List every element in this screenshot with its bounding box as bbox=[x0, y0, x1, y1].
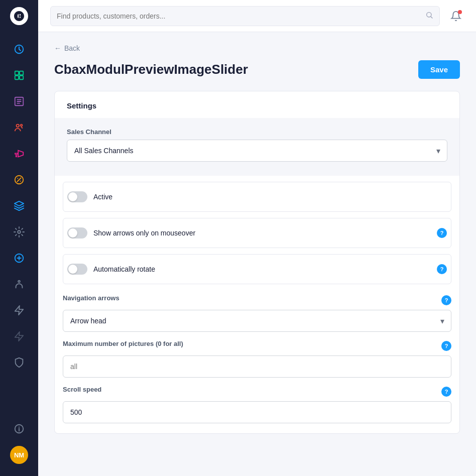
sales-channel-label: Sales Channel bbox=[67, 128, 447, 136]
breadcrumb[interactable]: ← Back bbox=[54, 44, 460, 52]
sidebar-bottom: NM bbox=[0, 416, 38, 476]
max-pictures-label: Maximum number of pictures (0 for all) bbox=[63, 340, 183, 347]
toggle-section: Active Show arrows only on mouseover ? bbox=[55, 182, 459, 284]
toggle-row-arrows: Show arrows only on mouseover ? bbox=[63, 218, 451, 248]
sidebar-item-orders[interactable] bbox=[0, 88, 38, 114]
svg-rect-5 bbox=[20, 76, 23, 79]
toggle-label-active: Active bbox=[93, 193, 112, 201]
sidebar-item-ext4[interactable] bbox=[0, 323, 38, 349]
settings-section: Settings Sales Channel All Sales Channel… bbox=[54, 91, 460, 434]
sidebar-logo[interactable]: G bbox=[0, 0, 38, 32]
svg-rect-3 bbox=[20, 71, 23, 75]
toggle-row-active: Active bbox=[63, 182, 451, 212]
sidebar-item-dashboard[interactable] bbox=[0, 36, 38, 62]
help-icon-scroll-speed[interactable]: ? bbox=[441, 387, 451, 397]
page-title: CbaxModulPreviewImageSlider bbox=[54, 62, 248, 77]
sidebar-item-avatar[interactable]: NM bbox=[0, 442, 38, 468]
section-label: Settings bbox=[55, 91, 459, 118]
topbar bbox=[38, 0, 476, 32]
field-navigation-arrows: Navigation arrows ? Arrow head Chevron N… bbox=[63, 294, 451, 332]
logo-icon: G bbox=[10, 7, 28, 25]
notification-dot bbox=[458, 10, 462, 14]
sidebar-navigation bbox=[0, 32, 38, 416]
content-area: ← Back CbaxModulPreviewImageSlider Save … bbox=[38, 32, 476, 476]
nav-arrows-select-wrapper: Arrow head Chevron None ▾ bbox=[63, 310, 451, 332]
toggle-knob-autorotate bbox=[68, 265, 77, 274]
field-max-pictures: Maximum number of pictures (0 for all) ? bbox=[63, 340, 451, 378]
toggle-knob-active bbox=[68, 192, 77, 201]
search-input[interactable] bbox=[57, 12, 425, 20]
sidebar-item-ext5[interactable] bbox=[0, 349, 38, 376]
scroll-speed-input[interactable] bbox=[63, 401, 451, 423]
toggle-label-autorotate: Automatically rotate bbox=[93, 265, 155, 273]
sales-channel-block: Sales Channel All Sales Channels ▾ bbox=[55, 118, 459, 176]
sidebar-item-info[interactable] bbox=[0, 416, 38, 442]
sidebar-item-products[interactable] bbox=[0, 62, 38, 88]
help-icon-arrows[interactable]: ? bbox=[437, 228, 447, 238]
back-arrow-icon: ← bbox=[54, 44, 61, 52]
help-icon-autorotate[interactable]: ? bbox=[437, 264, 447, 274]
save-button[interactable]: Save bbox=[418, 60, 460, 79]
field-scroll-speed: Scroll speed ? bbox=[63, 386, 451, 423]
sidebar-item-customers[interactable] bbox=[0, 114, 38, 141]
toggle-active[interactable] bbox=[67, 191, 87, 202]
avatar[interactable]: NM bbox=[10, 446, 28, 464]
help-icon-max-pictures[interactable]: ? bbox=[441, 341, 451, 351]
sidebar-item-promotions[interactable] bbox=[0, 167, 38, 193]
scroll-speed-label: Scroll speed bbox=[63, 386, 101, 393]
page-header: CbaxModulPreviewImageSlider Save bbox=[54, 60, 460, 79]
search-icon bbox=[425, 11, 433, 21]
svg-rect-4 bbox=[15, 76, 19, 79]
sales-channel-select-wrapper: All Sales Channels ▾ bbox=[67, 140, 447, 162]
toggle-autorotate[interactable] bbox=[67, 264, 87, 275]
sidebar-item-marketing[interactable] bbox=[0, 141, 38, 167]
max-pictures-input[interactable] bbox=[63, 355, 451, 378]
svg-point-8 bbox=[21, 125, 23, 127]
toggle-row-autorotate: Automatically rotate ? bbox=[63, 254, 451, 284]
svg-point-12 bbox=[18, 281, 20, 283]
svg-point-7 bbox=[17, 125, 20, 128]
nav-arrows-select[interactable]: Arrow head Chevron None bbox=[63, 310, 451, 332]
main-area: ← Back CbaxModulPreviewImageSlider Save … bbox=[38, 0, 476, 476]
sidebar-item-plugins[interactable] bbox=[0, 193, 38, 219]
svg-point-10 bbox=[18, 230, 21, 233]
toggle-knob-arrows bbox=[68, 228, 77, 237]
sales-channel-select[interactable]: All Sales Channels bbox=[67, 140, 447, 162]
sidebar: G bbox=[0, 0, 38, 476]
search-box[interactable] bbox=[50, 6, 440, 26]
sidebar-item-ext2[interactable] bbox=[0, 271, 38, 297]
sidebar-item-settings[interactable] bbox=[0, 219, 38, 245]
notification-bell[interactable] bbox=[448, 8, 464, 24]
sidebar-item-ext3[interactable] bbox=[0, 297, 38, 323]
sidebar-item-ext1[interactable] bbox=[0, 245, 38, 271]
toggle-label-arrows: Show arrows only on mouseover bbox=[93, 229, 195, 237]
field-section: Navigation arrows ? Arrow head Chevron N… bbox=[55, 290, 459, 433]
toggle-arrows[interactable] bbox=[67, 227, 87, 239]
nav-arrows-label: Navigation arrows bbox=[63, 294, 120, 302]
topbar-icons bbox=[448, 8, 464, 24]
help-icon-nav-arrows[interactable]: ? bbox=[441, 295, 451, 305]
svg-rect-2 bbox=[15, 71, 19, 75]
